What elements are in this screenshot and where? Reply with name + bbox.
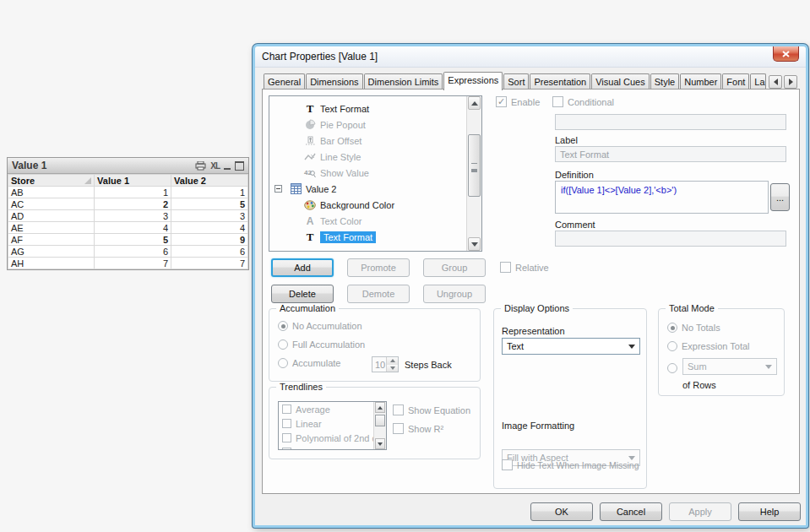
cell-store[interactable]: AG (8, 246, 95, 258)
cell-value2[interactable]: 6 (171, 246, 248, 258)
ok-button[interactable]: OK (530, 502, 593, 521)
maximize-icon[interactable] (235, 161, 244, 171)
cell-value2[interactable]: 3 (171, 210, 248, 222)
dialog-titlebar[interactable]: Chart Properties [Value 1] (255, 46, 806, 68)
cell-store[interactable]: AC (8, 198, 95, 210)
trendline-option-linear[interactable]: Linear (279, 416, 386, 431)
tab-expressions[interactable]: Expressions (443, 72, 503, 90)
print-icon[interactable] (195, 161, 206, 171)
tab-sort[interactable]: Sort (503, 73, 529, 90)
radio-expression-total[interactable]: Expression Total (667, 341, 750, 351)
collapse-icon[interactable] (275, 185, 282, 193)
apply-button[interactable]: Apply (669, 502, 731, 521)
tree-item-show-value[interactable]: 42 Show Value (269, 165, 481, 181)
radio-no-accumulation[interactable]: No Accumulation (278, 321, 362, 331)
cell-value2[interactable]: 7 (171, 258, 248, 269)
demote-button[interactable]: Demote (347, 285, 410, 303)
show-equation-checkbox[interactable]: Show Equation (393, 404, 470, 415)
tab-scroll-right-button[interactable] (784, 75, 797, 89)
scroll-up-button[interactable] (375, 402, 385, 413)
cell-value1[interactable]: 7 (95, 258, 171, 269)
table-caption-bar[interactable]: Value 1 XL (8, 158, 248, 174)
help-button[interactable]: Help (738, 502, 801, 521)
cell-store[interactable]: AF (8, 234, 95, 246)
tab-font[interactable]: Font (722, 73, 749, 90)
cell-store[interactable]: AB (8, 187, 95, 198)
column-header-store[interactable]: Store (8, 175, 95, 187)
representation-dropdown[interactable]: Text (502, 338, 640, 355)
tree-item-background-color[interactable]: Background Color (269, 197, 481, 213)
trendline-option-average[interactable]: Average (279, 402, 386, 416)
tab-layout-truncated[interactable]: La (750, 73, 766, 90)
cell-value2-highlighted[interactable]: 5 (171, 198, 248, 210)
cell-value1[interactable]: 3 (95, 210, 171, 222)
relative-checkbox[interactable]: Relative (500, 262, 549, 273)
tree-item-line-style[interactable]: Line Style (269, 149, 481, 165)
spin-up-button[interactable] (387, 357, 398, 365)
cell-value1-highlighted[interactable]: 2 (95, 198, 171, 210)
cell-value1-highlighted[interactable]: 5 (95, 234, 171, 246)
tree-item-text-color[interactable]: A Text Color (269, 213, 481, 229)
tab-dimensions[interactable]: Dimensions (306, 73, 362, 90)
tab-number[interactable]: Number (680, 73, 721, 90)
sum-dropdown[interactable]: Sum (682, 358, 777, 375)
scrollbar-thumb[interactable] (375, 415, 385, 426)
tab-scroll-left-button[interactable] (769, 75, 782, 89)
send-to-excel-icon[interactable]: XL (210, 161, 220, 171)
cell-store[interactable]: AH (8, 258, 95, 269)
scroll-up-button[interactable] (468, 96, 481, 110)
delete-button[interactable]: Delete (271, 285, 334, 303)
cell-store[interactable]: AD (8, 210, 95, 222)
trendline-option-polynomial3[interactable]: Polynomial of 3rd d (279, 445, 386, 450)
ungroup-button[interactable]: Ungroup (423, 285, 486, 303)
scroll-down-button[interactable] (375, 438, 385, 449)
table-title: Value 1 (12, 160, 191, 171)
minimize-icon[interactable] (224, 161, 231, 170)
cell-store[interactable]: AE (8, 222, 95, 234)
close-button[interactable] (773, 46, 799, 62)
tab-dimension-limits[interactable]: Dimension Limits (364, 73, 443, 90)
tree-group-value-2[interactable]: Value 2 (269, 181, 481, 197)
cell-value2-highlighted[interactable]: 9 (171, 234, 248, 246)
spin-down-button[interactable] (387, 365, 398, 372)
tree-item-text-format-selected[interactable]: T Text Format (269, 229, 481, 245)
tree-item-text-format[interactable]: T Text Format (269, 100, 481, 117)
tree-scrollbar[interactable] (466, 96, 481, 251)
group-button[interactable]: Group (423, 258, 486, 277)
column-header-value2[interactable]: Value 2 (171, 175, 248, 187)
comment-field[interactable] (555, 231, 786, 247)
tree-item-pie-popout[interactable]: Pie Popout (269, 117, 481, 133)
trendlines-listbox[interactable]: Average Linear Polynomial of 2nd d Polyn… (278, 401, 387, 450)
cancel-button[interactable]: Cancel (600, 502, 662, 521)
scrollbar-thumb[interactable] (468, 134, 481, 197)
add-button[interactable]: Add (271, 258, 334, 277)
trendline-option-polynomial2[interactable]: Polynomial of 2nd d (279, 431, 386, 445)
promote-button[interactable]: Promote (347, 258, 410, 277)
cell-value2[interactable]: 4 (171, 222, 248, 234)
radio-accumulate[interactable]: Accumulate (278, 358, 340, 368)
expression-editor-button[interactable]: ... (770, 183, 790, 211)
definition-field[interactable]: if([Value 1]<>[Value 2],'<b>') (555, 181, 769, 214)
conditional-expression-field[interactable] (555, 114, 786, 130)
radio-no-totals[interactable]: No Totals (667, 323, 720, 333)
scroll-down-button[interactable] (468, 237, 481, 251)
tab-style[interactable]: Style (650, 73, 679, 90)
enable-checkbox[interactable]: ✓ Enable (496, 96, 540, 107)
cell-value2[interactable]: 1 (171, 187, 248, 198)
label-field[interactable]: Text Format (555, 146, 786, 162)
radio-full-accumulation[interactable]: Full Accumulation (278, 339, 365, 350)
tree-item-bar-offset[interactable]: Bar Offset (269, 133, 481, 149)
hide-text-checkbox[interactable]: Hide Text When Image Missing (502, 459, 639, 470)
conditional-checkbox[interactable]: Conditional (552, 96, 614, 107)
cell-value1[interactable]: 4 (95, 222, 171, 234)
radio-aggregation[interactable] (667, 361, 677, 377)
column-header-value1[interactable]: Value 1 (95, 175, 171, 187)
steps-back-stepper[interactable]: 10 (372, 356, 399, 372)
cell-value1[interactable]: 6 (95, 246, 171, 258)
tab-presentation[interactable]: Presentation (530, 73, 590, 90)
cell-value1[interactable]: 1 (95, 187, 171, 198)
show-r2-checkbox[interactable]: Show R² (393, 423, 443, 434)
trendlines-scrollbar[interactable] (373, 402, 386, 449)
tab-general[interactable]: General (264, 73, 305, 90)
tab-visual-cues[interactable]: Visual Cues (591, 73, 650, 90)
